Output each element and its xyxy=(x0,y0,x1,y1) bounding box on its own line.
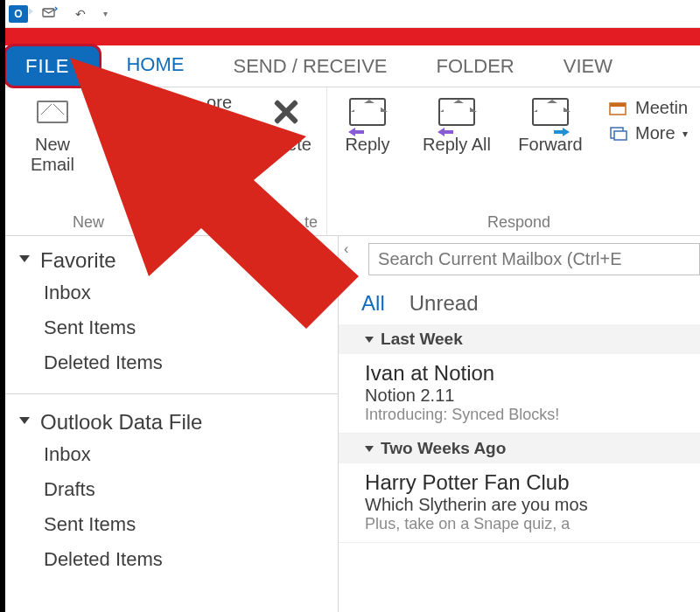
message-row[interactable]: Harry Potter Fan Club Which Slytherin ar… xyxy=(339,463,700,543)
svg-rect-2 xyxy=(610,103,626,107)
cmd-label: Delete xyxy=(261,135,312,155)
nav-folder-sent-items[interactable]: Sent Items xyxy=(44,513,320,536)
reply-all-arrow-icon xyxy=(436,122,455,135)
nav-header-label: Outlook Data File xyxy=(40,410,202,435)
nav-header-label: Favorite xyxy=(40,248,116,273)
nav-divider xyxy=(5,393,338,394)
ribbon: New Email Items New ore Delete te xyxy=(5,87,700,236)
cmd-label: Forward xyxy=(518,135,582,155)
nav-section-datafile: Outlook Data File Inbox Drafts Sent Item… xyxy=(19,410,320,571)
group-header-two-weeks-ago[interactable]: Two Weeks Ago xyxy=(339,434,700,463)
nav-header-favorites[interactable]: Favorite xyxy=(19,248,320,273)
tab-send-receive[interactable]: SEND / RECEIVE xyxy=(208,45,411,87)
message-from: Ivan at Notion xyxy=(365,361,688,386)
annotation-highlight-bar xyxy=(5,28,700,45)
search-input[interactable] xyxy=(368,243,700,275)
delete-button[interactable]: Delete xyxy=(251,93,321,155)
cmd-label: Reply All xyxy=(423,135,491,155)
reply-arrow-icon xyxy=(346,122,366,135)
new-email-button[interactable]: New Email xyxy=(18,93,88,175)
cmd-label: ore xyxy=(206,93,232,113)
message-preview: Plus, take on a Snape quiz, a xyxy=(365,515,688,533)
nav-section-favorites: Favorite Inbox Sent Items Deleted Items xyxy=(19,248,320,374)
nav-folder-deleted-items[interactable]: Deleted Items xyxy=(44,351,320,374)
folder-nav-pane: Favorite Inbox Sent Items Deleted Items … xyxy=(5,236,339,612)
ribbon-tabs: FILE HOME SEND / RECEIVE FOLDER VIEW xyxy=(5,45,700,87)
cmd-label: Meetin xyxy=(635,98,688,118)
reply-all-button[interactable]: Reply All xyxy=(422,93,492,155)
message-subject: Which Slytherin are you mos xyxy=(365,495,688,515)
forward-button[interactable]: Forward xyxy=(511,93,590,155)
content-area: Favorite Inbox Sent Items Deleted Items … xyxy=(5,236,700,612)
forward-arrow-icon xyxy=(552,122,571,135)
more-icon xyxy=(609,126,628,142)
dropdown-icon: ▾ xyxy=(682,128,688,140)
ribbon-group-respond: Reply Reply All Forward xyxy=(326,87,700,235)
cmd-label: More xyxy=(635,123,676,143)
message-from: Harry Potter Fan Club xyxy=(365,470,688,495)
message-subject: Notion 2.11 xyxy=(365,386,688,406)
filter-row: All Unread xyxy=(339,282,700,324)
message-list-pane: ‹ All Unread Last Week Ivan at Notion No… xyxy=(339,236,700,612)
nav-folder-drafts[interactable]: Drafts xyxy=(44,478,320,501)
tab-view[interactable]: VIEW xyxy=(539,45,637,87)
tab-folder[interactable]: FOLDER xyxy=(412,45,539,87)
filter-all[interactable]: All xyxy=(361,291,385,316)
message-row[interactable]: Ivan at Notion Notion 2.11 Introducing: … xyxy=(339,354,700,434)
group-header-last-week[interactable]: Last Week xyxy=(339,324,700,354)
nav-folder-sent-items[interactable]: Sent Items xyxy=(44,316,320,339)
envelope-icon xyxy=(37,101,68,123)
qat-undo-button[interactable]: ↶ xyxy=(72,7,89,21)
respond-extra: Meetin More ▾ xyxy=(609,93,700,143)
ribbon-group-delete: ore Delete te xyxy=(164,87,326,235)
nav-folder-inbox[interactable]: Inbox xyxy=(44,282,320,304)
calendar-icon xyxy=(609,101,628,116)
svg-rect-4 xyxy=(614,131,626,140)
group-label: Respond xyxy=(487,210,550,233)
cmd-label: New Email xyxy=(18,135,88,175)
quick-access-toolbar: O ↶ ▾ xyxy=(5,0,700,28)
meeting-button[interactable]: Meetin xyxy=(609,98,698,118)
ribbon-group-new: New Email Items New xyxy=(5,87,164,235)
qat-customize-dropdown[interactable]: ▾ xyxy=(100,9,111,18)
tab-home[interactable]: HOME xyxy=(102,45,208,87)
message-preview: Introducing: Synced Blocks! xyxy=(365,406,688,424)
x-icon xyxy=(271,97,301,127)
group-label: te xyxy=(304,210,321,233)
collapse-nav-button[interactable]: ‹ xyxy=(344,241,348,257)
qat-sendreceive-button[interactable] xyxy=(38,6,61,21)
reply-button[interactable]: Reply xyxy=(332,93,402,155)
new-items-button[interactable]: Items xyxy=(107,93,159,155)
filter-unread[interactable]: Unread xyxy=(410,291,479,316)
nav-folder-inbox[interactable]: Inbox xyxy=(44,443,320,466)
nav-header-datafile[interactable]: Outlook Data File xyxy=(19,410,320,435)
ignore-button[interactable]: ore xyxy=(171,93,232,155)
tab-file[interactable]: FILE xyxy=(4,44,102,88)
outlook-icon: O xyxy=(9,5,28,23)
group-label: New xyxy=(73,210,104,233)
cmd-label: Items xyxy=(107,135,150,155)
nav-folder-deleted-items[interactable]: Deleted Items xyxy=(44,548,320,571)
more-respond-button[interactable]: More ▾ xyxy=(609,123,698,143)
